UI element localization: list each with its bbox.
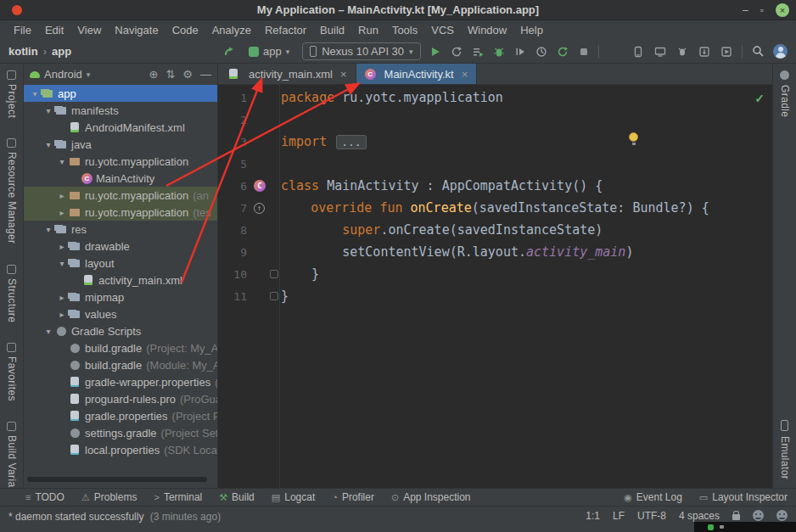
chevron-right-icon[interactable]: ▸ xyxy=(56,208,68,217)
tree-item-local-properties[interactable]: local.properties(SDK Locatio xyxy=(24,441,217,458)
toolwindow-layout-inspector[interactable]: ▭Layout Inspector xyxy=(699,491,788,503)
tree-item-app[interactable]: ▾app xyxy=(24,85,217,102)
tree-item-mainactivity[interactable]: CMainActivity xyxy=(24,170,217,187)
tree-item-activity-main-xml[interactable]: activity_main.xml xyxy=(24,272,217,288)
tree-item-ru-yotc-myapplication[interactable]: ▾ru.yotc.myapplication xyxy=(24,153,217,170)
chevron-right-icon[interactable]: ▸ xyxy=(56,191,68,200)
search-everywhere-icon[interactable] xyxy=(751,45,765,59)
horizontal-scrollbar[interactable] xyxy=(27,477,207,482)
sdk-manager-icon[interactable] xyxy=(698,45,711,59)
chevron-down-icon[interactable]: ▾ xyxy=(42,106,54,115)
menu-run[interactable]: Run xyxy=(351,24,385,36)
menu-tools[interactable]: Tools xyxy=(385,24,424,36)
editor-tab-activity-main-xml[interactable]: activity_main.xml× xyxy=(218,64,356,84)
readonly-lock-icon[interactable] xyxy=(732,514,740,520)
menu-navigate[interactable]: Navigate xyxy=(108,24,165,36)
device-select[interactable]: Nexus 10 API 30 ▾ xyxy=(302,42,420,60)
minimize-button[interactable]: – xyxy=(743,5,748,15)
menu-edit[interactable]: Edit xyxy=(38,24,70,36)
sync-gradle-icon[interactable] xyxy=(556,45,569,59)
breadcrumb-module[interactable]: app xyxy=(52,45,71,58)
indent-setting[interactable]: 4 spaces xyxy=(679,510,720,522)
run-configuration-select[interactable]: app ▾ xyxy=(244,43,294,59)
toolwindow-terminal[interactable]: >Terminal xyxy=(154,491,202,503)
background-tasks-icon[interactable] xyxy=(753,510,764,521)
chevron-down-icon[interactable]: ▾ xyxy=(42,327,54,336)
close-tab-icon[interactable]: × xyxy=(340,68,347,81)
project-view-selector[interactable]: Android xyxy=(44,68,82,81)
maximize-button[interactable]: ▫ xyxy=(760,5,764,15)
tool-stripe-favorites[interactable]: Favorites xyxy=(6,343,18,401)
tree-item-gradle-wrapper-properties[interactable]: gradle-wrapper.properties( xyxy=(24,373,217,390)
tree-item-java[interactable]: ▾java xyxy=(24,136,217,153)
caret-position[interactable]: 1:1 xyxy=(586,510,600,522)
breadcrumb-project[interactable]: kotlin xyxy=(8,45,38,58)
tool-stripe-gradle[interactable]: Gradle xyxy=(779,85,791,117)
tree-item-settings-gradle[interactable]: settings.gradle(Project Setti xyxy=(24,424,217,441)
tree-item-manifests[interactable]: ▾manifests xyxy=(24,102,217,119)
chevron-down-icon[interactable]: ▾ xyxy=(42,140,54,149)
fold-marker-icon[interactable] xyxy=(267,270,281,278)
tree-item-res[interactable]: ▾res xyxy=(24,221,217,238)
chevron-right-icon[interactable]: ▸ xyxy=(56,293,68,302)
menu-refactor[interactable]: Refactor xyxy=(258,24,313,36)
menu-window[interactable]: Window xyxy=(461,24,513,36)
hide-panel-icon[interactable]: — xyxy=(200,68,211,81)
menu-code[interactable]: Code xyxy=(165,24,205,36)
toolwindow-app-inspection[interactable]: ⊙App Inspection xyxy=(391,491,471,503)
toolwindow-build[interactable]: ⚒Build xyxy=(219,491,255,503)
user-avatar[interactable] xyxy=(773,44,788,59)
tool-stripe-project[interactable]: Project xyxy=(6,70,18,118)
tree-item-build-gradle[interactable]: build.gradle(Project: My_Ap xyxy=(24,339,217,356)
code-editor[interactable]: 1package ru.yotc.myapplication23import .… xyxy=(218,85,772,488)
tree-item-ru-yotc-myapplication[interactable]: ▸ru.yotc.myapplication(an xyxy=(24,187,217,204)
tree-item-build-gradle[interactable]: build.gradle(Module: My_Ap xyxy=(24,356,217,373)
feedback-smiley-icon[interactable] xyxy=(776,510,788,521)
chevron-right-icon[interactable]: ▸ xyxy=(56,242,68,251)
menu-analyze[interactable]: Analyze xyxy=(205,24,258,36)
menu-file[interactable]: File xyxy=(7,24,38,36)
tool-stripe-structure[interactable]: Structure xyxy=(6,265,18,322)
emulator-window-icon[interactable] xyxy=(653,45,667,59)
chevron-down-icon[interactable]: ▾ xyxy=(56,157,68,166)
logcat-window-icon[interactable] xyxy=(675,45,689,59)
tree-item-ru-yotc-myapplication[interactable]: ▸ru.yotc.myapplication(tes xyxy=(24,204,217,221)
settings-gear-icon[interactable]: ⚙ xyxy=(182,68,193,81)
chevron-right-icon[interactable]: ▸ xyxy=(56,310,68,319)
stop-icon[interactable] xyxy=(577,45,591,59)
expand-collapse-icon[interactable]: ⇅ xyxy=(165,68,175,81)
run-icon[interactable] xyxy=(429,45,442,59)
file-encoding[interactable]: UTF-8 xyxy=(637,510,666,522)
locate-file-icon[interactable]: ⊕ xyxy=(149,68,159,81)
tree-item-androidmanifest-xml[interactable]: AndroidManifest.xml xyxy=(24,119,217,136)
line-separator[interactable]: LF xyxy=(613,510,625,522)
profiler-icon[interactable] xyxy=(535,45,548,59)
menu-build[interactable]: Build xyxy=(313,24,351,36)
update-project-icon[interactable] xyxy=(222,45,236,59)
menu-help[interactable]: Help xyxy=(513,24,550,36)
menu-view[interactable]: View xyxy=(70,24,108,36)
editor-tab-mainactivity-kt[interactable]: CMainActivity.kt× xyxy=(356,64,478,84)
tool-stripe-resource-manager[interactable]: Resource Manager xyxy=(6,138,18,244)
run-with-coverage-icon[interactable] xyxy=(471,45,485,59)
class-gutter-icon[interactable]: C xyxy=(254,180,266,192)
tree-item-gradle-properties[interactable]: gradle.properties(Project Pr xyxy=(24,407,217,424)
device-manager-icon[interactable] xyxy=(631,45,645,59)
attach-debugger-icon[interactable] xyxy=(513,45,527,59)
intention-bulb-icon[interactable] xyxy=(629,132,638,142)
chevron-down-icon[interactable]: ▾ xyxy=(56,259,68,268)
toolwindow-logcat[interactable]: ▤Logcat xyxy=(272,491,315,503)
tree-item-mipmap[interactable]: ▸mipmap xyxy=(24,288,217,305)
menu-vcs[interactable]: VCS xyxy=(424,24,461,36)
tree-item-values[interactable]: ▸values xyxy=(24,305,217,322)
toolwindow-profiler[interactable]: ◔Profiler xyxy=(332,491,374,503)
fold-marker-icon[interactable] xyxy=(267,292,281,300)
debug-icon[interactable] xyxy=(492,45,506,59)
avd-manager-icon[interactable] xyxy=(720,45,733,59)
chevron-down-icon[interactable]: ▾ xyxy=(29,89,41,98)
tree-item-gradle-scripts[interactable]: ▾Gradle Scripts xyxy=(24,322,217,339)
toolwindow-event-log[interactable]: ◉Event Log xyxy=(624,491,682,503)
close-button[interactable]: × xyxy=(776,3,789,17)
chevron-down-icon[interactable]: ▾ xyxy=(42,225,54,234)
tree-item-layout[interactable]: ▾layout xyxy=(24,255,217,272)
